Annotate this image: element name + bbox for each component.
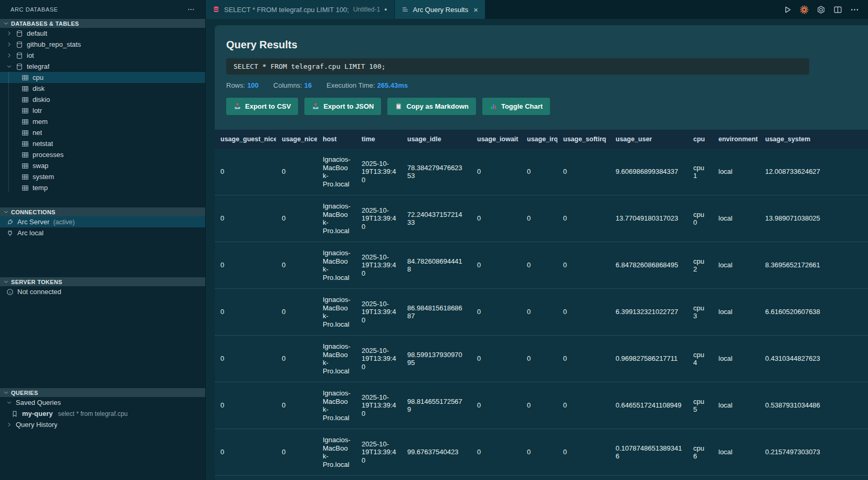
column-header-usage_system[interactable]: usage_system: [759, 130, 868, 149]
table-item-system[interactable]: system: [0, 171, 205, 182]
sidebar-header: ARC DATABASE: [0, 0, 205, 19]
database-icon: [16, 63, 23, 70]
table-row: 00Ignacios-MacBook-Pro.local2025-10-19T1…: [215, 242, 868, 289]
table-item-disk[interactable]: disk: [0, 83, 205, 94]
table-item-net[interactable]: net: [0, 127, 205, 138]
cell-usage_system: 0.5387931034486: [759, 382, 868, 429]
export-json-button[interactable]: Export to JSON: [304, 98, 381, 115]
cell-time: 2025-10-19T13:39:40: [356, 289, 401, 336]
cell-usage_nice: 0: [276, 429, 317, 476]
list-item-not-connected[interactable]: Not connected: [0, 286, 205, 297]
section-databases-tables[interactable]: DATABASES & TABLES: [0, 19, 205, 28]
table-icon: [22, 173, 29, 181]
split-editor-icon[interactable]: [833, 5, 842, 14]
table-label: diskio: [33, 96, 50, 103]
chevron-down-icon: [6, 64, 12, 69]
cell-usage_softirq: 0: [557, 195, 610, 242]
database-icon: [213, 6, 220, 13]
more-actions-icon[interactable]: [187, 6, 195, 13]
table-item-netstat[interactable]: netstat: [0, 138, 205, 149]
database-icon: [16, 41, 23, 48]
cell-cpu: cpu5: [687, 382, 713, 429]
chevron-down-icon: [3, 20, 9, 26]
plug-connected-icon: [6, 218, 14, 226]
table-label: system: [33, 173, 54, 181]
results-table-container[interactable]: usage_guest_niceusage_nicehosttimeusage_…: [215, 130, 868, 480]
database-item-github_repo_stats[interactable]: github_repo_stats: [0, 39, 205, 50]
cell-usage_nice: 0: [276, 382, 317, 429]
table-item-cpu[interactable]: cpu: [0, 72, 205, 83]
database-item-telegraf[interactable]: telegraf: [0, 61, 205, 72]
tab-sql-editor[interactable]: SELECT * FROM telegraf.cpu LIMIT 100; Un…: [206, 0, 395, 19]
cell-host: Ignacios-MacBook-Pro.local: [317, 429, 356, 476]
column-header-usage_iowait[interactable]: usage_iowait: [471, 130, 521, 149]
cell-usage_guest_nice: 0: [215, 195, 276, 242]
cell-usage_user: 0.10787486513893416: [610, 429, 687, 476]
database-item-default[interactable]: default: [0, 28, 205, 39]
table-item-lotr[interactable]: lotr: [0, 105, 205, 116]
table-row: 00Ignacios-MacBook-Pro.local2025-10-19T1…: [215, 476, 868, 480]
cell-usage_idle: 99.67637540423: [401, 429, 471, 476]
table-item-processes[interactable]: processes: [0, 149, 205, 160]
column-header-environment[interactable]: environment: [713, 130, 759, 149]
run-query-icon[interactable]: [783, 5, 792, 14]
list-item-query-history[interactable]: Query History: [0, 419, 205, 430]
cell-usage_system: 12.008733624627: [759, 149, 868, 195]
cell-time: 2025-10-19T13:39:40: [356, 195, 401, 242]
columns-stat: Columns:16: [273, 81, 312, 89]
more-actions-icon[interactable]: [850, 5, 859, 14]
table-item-diskio[interactable]: diskio: [0, 94, 205, 105]
column-header-usage_nice[interactable]: usage_nice: [276, 130, 317, 149]
section-label: CONNECTIONS: [11, 209, 56, 215]
database-item-iot[interactable]: iot: [0, 50, 205, 61]
toggle-chart-button[interactable]: Toggle Chart: [482, 98, 550, 115]
databases-tree: defaultgithub_repo_statsiottelegrafcpudi…: [0, 28, 205, 193]
list-item-arc-local[interactable]: Arc local: [0, 227, 205, 238]
tab-bar: SELECT * FROM telegraf.cpu LIMIT 100; Un…: [206, 0, 868, 19]
cell-usage_nice: 0: [276, 195, 317, 242]
table-icon: [22, 162, 29, 170]
close-icon[interactable]: ×: [473, 6, 478, 14]
cell-usage_guest_nice: 0: [215, 429, 276, 476]
database-icon: [16, 30, 23, 37]
tab-arc-query-results[interactable]: Arc Query Results ×: [395, 0, 485, 19]
item-label: Saved Queries: [16, 399, 61, 406]
list-item-saved-queries[interactable]: Saved Queries: [0, 397, 205, 408]
column-header-usage_user[interactable]: usage_user: [610, 130, 687, 149]
database-icon: [16, 52, 23, 59]
column-header-cpu[interactable]: cpu: [687, 130, 713, 149]
openai-icon[interactable]: [817, 5, 825, 14]
column-header-host[interactable]: host: [317, 130, 356, 149]
copy-markdown-button[interactable]: Copy as Markdown: [387, 98, 475, 115]
cell-usage_softirq: 0: [557, 429, 610, 476]
table-item-mem[interactable]: mem: [0, 116, 205, 127]
cell-usage_iowait: 0: [471, 336, 521, 382]
section-connections[interactable]: CONNECTIONS: [0, 207, 205, 216]
cell-host: Ignacios-MacBook-Pro.local: [317, 336, 356, 382]
claude-icon[interactable]: [800, 5, 809, 14]
column-header-usage_idle[interactable]: usage_idle: [401, 130, 471, 149]
table-body: 00Ignacios-MacBook-Pro.local2025-10-19T1…: [215, 149, 868, 480]
cell-usage_softirq: 0: [557, 476, 610, 480]
column-header-time[interactable]: time: [356, 130, 401, 149]
table-icon: [22, 151, 29, 159]
section-label: SERVER TOKENS: [11, 279, 62, 285]
sidebar-title: ARC DATABASE: [10, 6, 58, 13]
sql-query-text: SELECT * FROM telegraf.cpu LIMIT 100;: [226, 58, 809, 75]
column-header-usage_guest_nice[interactable]: usage_guest_nice: [215, 130, 276, 149]
export-csv-button[interactable]: Export to CSV: [226, 98, 298, 115]
list-item-my-query[interactable]: my-queryselect * from telegraf.cpu: [0, 408, 205, 419]
table-row: 00Ignacios-MacBook-Pro.local2025-10-19T1…: [215, 382, 868, 429]
list-item-arc-server[interactable]: Arc Server(active): [0, 216, 205, 227]
column-header-usage_softirq[interactable]: usage_softirq: [557, 130, 610, 149]
section-server-tokens[interactable]: SERVER TOKENS: [0, 277, 205, 286]
cell-usage_irq: 0: [521, 289, 557, 336]
table-item-temp[interactable]: temp: [0, 182, 205, 193]
section-queries[interactable]: QUERIES: [0, 388, 205, 397]
cell-usage_softirq: 0: [557, 336, 610, 382]
column-header-usage_irq[interactable]: usage_irq: [521, 130, 557, 149]
cell-cpu: cpu0: [687, 195, 713, 242]
cell-usage_idle: 86.98481561868687: [401, 289, 471, 336]
cell-cpu: cpu6: [687, 429, 713, 476]
table-item-swap[interactable]: swap: [0, 160, 205, 171]
